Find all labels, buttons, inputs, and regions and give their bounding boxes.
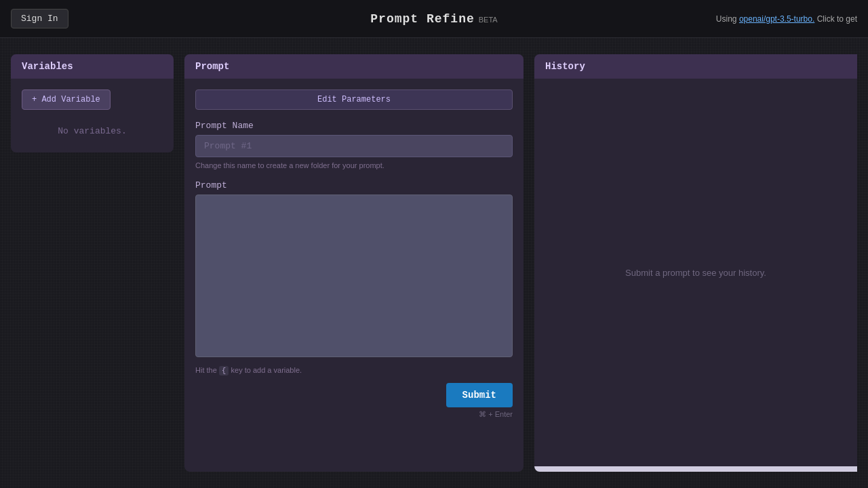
model-info-suffix: Click to get [814, 14, 857, 24]
variable-hint: Hit the { key to add a variable. [195, 366, 513, 375]
add-variable-button[interactable]: + Add Variable [22, 89, 111, 110]
variables-panel-header: Variables [11, 54, 174, 79]
header-title-group: Prompt Refine BETA [370, 12, 497, 26]
app-header: Sign In Prompt Refine BETA Using openai/… [0, 0, 868, 38]
prompt-field-label: Prompt [195, 180, 513, 190]
variable-hint-key: { [219, 366, 229, 375]
no-variables-text: No variables. [22, 121, 163, 142]
submit-shortcut-hint: ⌘ + Enter [479, 410, 513, 419]
prompt-panel-header: Prompt [184, 54, 524, 79]
prompt-textarea[interactable] [195, 195, 513, 357]
prompt-name-input[interactable] [195, 135, 513, 157]
variables-card: Variables + Add Variable No variables. [11, 54, 174, 152]
history-panel-header: History [534, 54, 857, 79]
model-info: Using openai/gpt-3.5-turbo. Click to get [716, 14, 857, 24]
prompt-textarea-wrapper [195, 195, 513, 361]
history-collapse-arrow[interactable]: < [542, 470, 548, 472]
main-content: Variables + Add Variable No variables. P… [0, 38, 868, 488]
variable-hint-prefix: Hit the [195, 366, 219, 374]
edit-parameters-button[interactable]: Edit Parameters [195, 89, 513, 110]
submit-area: Submit ⌘ + Enter [195, 383, 513, 419]
variable-hint-suffix: key to add a variable. [229, 366, 302, 374]
beta-badge: BETA [479, 16, 498, 24]
history-panel-body: Submit a prompt to see your history. [534, 79, 857, 466]
prompt-panel-body: Edit Parameters Prompt Name Change this … [184, 79, 524, 430]
model-link[interactable]: openai/gpt-3.5-turbo. [739, 14, 814, 24]
prompt-name-helper-text: Change this name to create a new folder … [195, 161, 513, 169]
app-title: Prompt Refine [370, 12, 474, 26]
prompt-card: Prompt Edit Parameters Prompt Name Chang… [184, 54, 524, 472]
variables-panel-body: + Add Variable No variables. [11, 79, 174, 152]
prompt-name-label: Prompt Name [195, 121, 513, 131]
history-card: History Submit a prompt to see your hist… [534, 54, 857, 472]
history-footer: < [534, 466, 857, 472]
submit-button[interactable]: Submit [446, 383, 513, 407]
header-left: Sign In [11, 9, 68, 28]
prompt-panel: Prompt Edit Parameters Prompt Name Chang… [184, 54, 524, 472]
history-empty-text: Submit a prompt to see your history. [625, 268, 766, 278]
history-panel: History Submit a prompt to see your hist… [534, 54, 857, 472]
variables-panel: Variables + Add Variable No variables. [11, 54, 174, 472]
model-info-prefix: Using [716, 14, 739, 24]
sign-in-button[interactable]: Sign In [11, 9, 68, 28]
